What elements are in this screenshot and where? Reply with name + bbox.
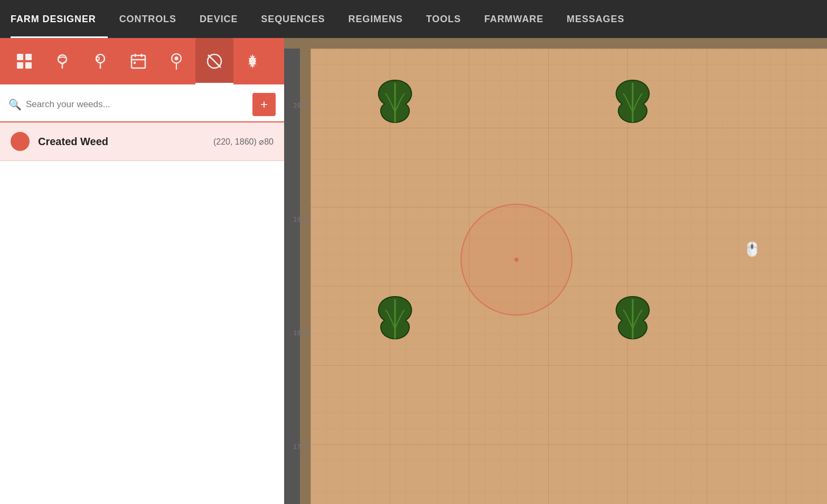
weed-item[interactable]: Created Weed (220, 1860) ⌀80 — [0, 122, 284, 161]
search-wrapper: 🔍 — [8, 98, 247, 111]
add-weed-button[interactable]: + — [252, 93, 276, 116]
weed-coords: (220, 1860) ⌀80 — [213, 137, 274, 147]
y-axis-labels: 2000 1900 1800 1700 — [296, 49, 311, 504]
top-navigation: FARM DESIGNER CONTROLS DEVICE SEQUENCES … — [0, 0, 827, 38]
svg-rect-3 — [25, 62, 32, 69]
svg-point-28 — [514, 258, 519, 262]
y-label-1900: 1900 — [293, 216, 308, 223]
weed-list: Created Weed (220, 1860) ⌀80 — [0, 122, 284, 504]
nav-farm-designer[interactable]: FARM DESIGNER — [11, 0, 108, 38]
garden-container: 2000 1900 1800 1700 — [295, 49, 827, 504]
nav-messages[interactable]: MESSAGES — [555, 0, 636, 38]
seedling-icon-btn[interactable] — [81, 38, 119, 84]
settings-icon-btn[interactable] — [233, 38, 271, 84]
map-area: 2000 1900 1800 1700 — [284, 38, 827, 504]
search-icon: 🔍 — [8, 98, 22, 111]
y-label-1700: 1700 — [293, 443, 308, 451]
nav-controls[interactable]: CONTROLS — [108, 0, 188, 38]
search-area: 🔍 + — [0, 84, 284, 122]
grid-icon-btn[interactable] — [5, 38, 43, 84]
weed-color-dot — [11, 132, 30, 151]
sidebar: 🔍 + Created Weed (220, 1860) ⌀80 — [0, 38, 284, 504]
nav-regimens[interactable]: REGIMENS — [336, 0, 414, 38]
svg-rect-1 — [25, 54, 32, 60]
y-label-1800: 1800 — [293, 329, 308, 337]
weed-icon-btn[interactable] — [195, 38, 233, 84]
nav-device[interactable]: DEVICE — [188, 0, 249, 38]
svg-point-15 — [174, 56, 178, 60]
pin-icon-btn[interactable] — [157, 38, 195, 84]
svg-rect-9 — [131, 55, 145, 68]
svg-rect-2 — [17, 62, 23, 69]
svg-rect-13 — [134, 62, 136, 64]
garden-grid: 2000 1900 1800 1700 — [311, 49, 827, 504]
svg-rect-0 — [17, 54, 23, 60]
nav-farmware[interactable]: FARMWARE — [473, 0, 555, 38]
weed-name: Created Weed — [38, 136, 213, 148]
svg-point-7 — [96, 57, 99, 60]
y-label-2000: 2000 — [293, 102, 308, 109]
nav-tools[interactable]: TOOLS — [415, 0, 473, 38]
svg-point-6 — [96, 54, 105, 63]
icon-toolbar — [0, 38, 284, 84]
plant-icon-btn[interactable] — [43, 38, 81, 84]
nav-sequences[interactable]: SEQUENCES — [249, 0, 336, 38]
search-input[interactable] — [26, 99, 247, 110]
calendar-icon-btn[interactable] — [119, 38, 157, 84]
